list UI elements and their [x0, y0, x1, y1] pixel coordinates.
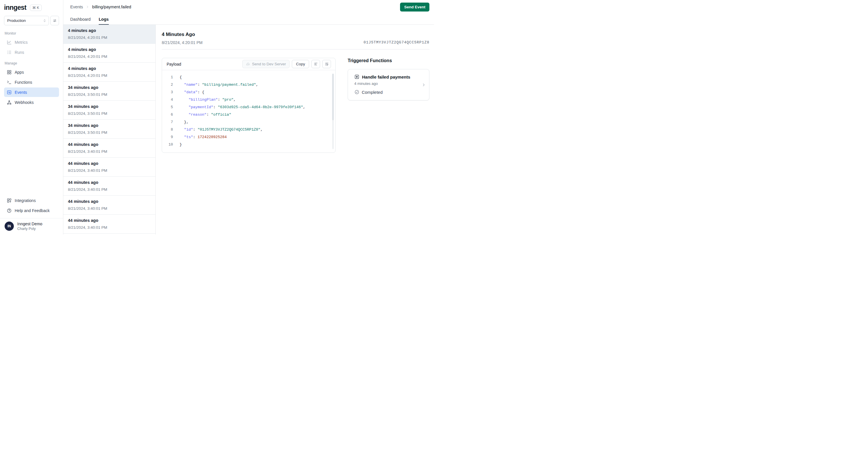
breadcrumb: Events billing/payment.failed [70, 5, 131, 9]
function-card[interactable]: Handle failed payments 4 minutes ago Com… [348, 69, 429, 100]
line-number: 3 [162, 89, 173, 96]
line-number: 9 [162, 133, 173, 141]
event-item-title: 34 minutes ago [68, 85, 151, 90]
event-list-item[interactable]: 34 minutes ago8/21/2024, 3:50:01 PM [63, 82, 155, 101]
event-list-item[interactable]: about 1 hour ago [63, 233, 155, 234]
event-list-item[interactable]: 4 minutes ago8/21/2024, 4:20:01 PM [63, 25, 155, 44]
function-title: Handle failed payments [362, 74, 410, 80]
code-scrollbar[interactable] [332, 74, 334, 149]
breadcrumb-chevron-icon [86, 5, 89, 9]
tab-logs[interactable]: Logs [99, 14, 109, 25]
event-id: 01J5TMY3VJTZ2QG74QCC5RP1Z8 [364, 40, 429, 44]
sidebar-item-label: Functions [15, 80, 32, 85]
events-icon [7, 90, 12, 95]
event-item-title: 34 minutes ago [68, 104, 151, 109]
sidebar-item-runs[interactable]: Runs [4, 48, 59, 57]
command-k-shortcut[interactable]: ⌘ K [30, 5, 42, 11]
line-content: "ts": 1724228925284 [180, 133, 227, 141]
detail-body: Payload Send to Dev Server Copy [162, 50, 429, 153]
tab-dashboard[interactable]: Dashboard [70, 14, 91, 25]
event-item-title: 4 minutes ago [68, 47, 151, 52]
sidebar-item-functions[interactable]: Functions [4, 77, 59, 87]
code-line: 7 }, [162, 119, 330, 126]
sidebar-item-events[interactable]: Events [4, 88, 59, 97]
environment-select[interactable]: Production [4, 16, 49, 25]
code-line: 3 "data": { [162, 89, 330, 96]
tabs: Dashboard Logs [63, 14, 434, 25]
event-list-item[interactable]: 34 minutes ago8/21/2024, 3:50:01 PM [63, 101, 155, 120]
payload-code: 1{2 "name": "billing/payment.failed",3 "… [162, 74, 330, 149]
event-list-item[interactable]: 44 minutes ago8/21/2024, 3:40:01 PM [63, 215, 155, 233]
event-item-timestamp: 8/21/2024, 4:20:01 PM [68, 73, 151, 78]
sidebar-item-label: Integrations [15, 198, 36, 203]
breadcrumb-current: billing/payment.failed [92, 5, 131, 9]
sidebar-item-webhooks[interactable]: Webhooks [4, 98, 59, 107]
event-list-item[interactable]: 4 minutes ago8/21/2024, 4:20:01 PM [63, 44, 155, 63]
triggered-functions-heading: Triggered Functions [348, 58, 429, 63]
send-to-dev-server-label: Send to Dev Server [252, 62, 286, 66]
line-content: "name": "billing/payment.failed", [180, 81, 258, 89]
send-event-button[interactable]: Send Event [400, 3, 429, 11]
line-content: "reason": "officia" [180, 111, 231, 119]
code-line: 2 "name": "billing/payment.failed", [162, 81, 330, 89]
apps-icon [7, 70, 12, 75]
event-detail: 4 Minutes Ago 8/21/2024, 4:20:01 PM 01J5… [156, 25, 434, 234]
event-list-item[interactable]: 44 minutes ago8/21/2024, 3:40:01 PM [63, 158, 155, 177]
inngest-logo: inngest [4, 4, 27, 11]
event-item-title: 44 minutes ago [68, 180, 151, 185]
sidebar: inngest ⌘ K Production MonitorMetricsRun… [0, 0, 63, 234]
event-list-item[interactable]: 34 minutes ago8/21/2024, 3:50:01 PM [63, 120, 155, 139]
code-scrollbar-thumb[interactable] [332, 74, 334, 120]
payload-code-wrap: 1{2 "name": "billing/payment.failed",3 "… [162, 70, 335, 153]
event-item-timestamp: 8/21/2024, 4:20:01 PM [68, 54, 151, 59]
sliders-icon [53, 19, 57, 23]
copy-button[interactable]: Copy [292, 60, 309, 68]
user-subtitle: Charly Poly [17, 227, 42, 231]
line-number: 2 [162, 81, 173, 89]
event-item-timestamp: 8/21/2024, 3:50:01 PM [68, 92, 151, 97]
event-list-item[interactable]: 44 minutes ago8/21/2024, 3:40:01 PM [63, 196, 155, 215]
function-time: 4 minutes ago [354, 82, 419, 86]
wrap-text-button[interactable] [322, 60, 331, 68]
chevron-right-icon [421, 83, 426, 87]
functions-icon [7, 80, 12, 85]
line-number: 1 [162, 74, 173, 81]
sidebar-footer-nav: IntegrationsHelp and Feedback [4, 196, 59, 215]
user-profile[interactable]: IN Inngest Demo Charly Poly [0, 218, 63, 234]
sidebar-item-label: Help and Feedback [15, 208, 50, 213]
line-number: 4 [162, 96, 173, 103]
sidebar-item-label: Apps [15, 70, 24, 74]
align-left-icon [314, 62, 318, 66]
event-list-item[interactable]: 44 minutes ago8/21/2024, 3:40:01 PM [63, 139, 155, 158]
line-content: "id": "01J5TMY3VJTZ2QG74QCC5RP1Z8", [180, 126, 263, 133]
line-content: } [180, 141, 182, 149]
event-item-timestamp: 8/21/2024, 3:40:01 PM [68, 225, 151, 230]
event-item-timestamp: 8/21/2024, 3:40:01 PM [68, 187, 151, 192]
payload-card: Payload Send to Dev Server Copy [162, 58, 336, 153]
check-circle-icon [354, 90, 360, 95]
sidebar-item-metrics[interactable]: Metrics [4, 37, 59, 47]
line-content: }, [180, 119, 188, 126]
event-list-item[interactable]: 4 minutes ago8/21/2024, 4:20:01 PM [63, 63, 155, 82]
event-item-title: 44 minutes ago [68, 142, 151, 147]
environment-settings-button[interactable] [50, 16, 59, 25]
event-list-item[interactable]: 44 minutes ago8/21/2024, 3:40:01 PM [63, 177, 155, 196]
event-item-title: 4 minutes ago [68, 66, 151, 71]
triggered-functions: Triggered Functions Handle failed paymen… [348, 58, 429, 100]
sidebar-nav: MonitorMetricsRunsManageAppsFunctionsEve… [0, 27, 63, 195]
help-icon [7, 208, 12, 213]
align-left-button[interactable] [311, 60, 320, 68]
code-line: 10} [162, 141, 330, 149]
main: Events billing/payment.failed Send Event… [63, 0, 434, 234]
sidebar-item-integrations[interactable]: Integrations [4, 196, 59, 205]
sidebar-item-help-and-feedback[interactable]: Help and Feedback [4, 206, 59, 215]
line-content: { [180, 74, 182, 81]
send-to-dev-server-button[interactable]: Send to Dev Server [242, 60, 290, 68]
event-item-timestamp: 8/21/2024, 3:50:01 PM [68, 111, 151, 116]
event-item-title: 44 minutes ago [68, 199, 151, 204]
line-number: 6 [162, 111, 173, 119]
sidebar-item-apps[interactable]: Apps [4, 67, 59, 77]
runs-icon [7, 50, 12, 55]
breadcrumb-events-link[interactable]: Events [70, 5, 83, 9]
line-content: "paymentId": "6303d925-cda5-4d64-8b2e-99… [180, 103, 305, 111]
